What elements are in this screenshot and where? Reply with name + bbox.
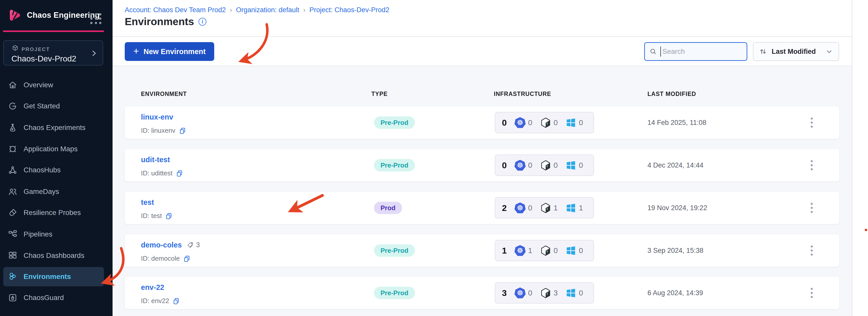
sidebar-item-chaos-dashboards[interactable]: Chaos Dashboards [3,246,104,265]
cube-icon [11,45,19,52]
brand: Chaos Engineering [8,8,100,22]
infrastructure-summary: 1 ☸1 $0 0 [495,240,594,261]
type-badge: Pre-Prod [374,245,415,257]
sidebar-item-overview[interactable]: Overview [3,76,104,95]
chevron-right-icon [90,50,98,57]
environment-id: ID: democole [141,255,180,262]
breadcrumb-account-link[interactable]: Account: Chaos Dev Team Prod2 [125,6,226,14]
flask-icon [8,123,18,133]
column-header-last-modified: LAST MODIFIED [647,91,696,97]
windows-count: 0 [579,289,583,297]
linux-count: 0 [554,118,558,127]
chaos-logo-icon [8,8,22,22]
svg-text:$: $ [546,165,548,168]
sort-label: Last Modified [772,48,816,56]
sidebar-item-resilience-probes[interactable]: Resilience Probes [3,203,104,222]
sidebar-item-environments[interactable]: Environments [3,267,104,286]
sidebar-item-chaoshubs[interactable]: ChaosHubs [3,161,104,180]
k8s-count: 0 [528,161,532,170]
environment-id: ID: udittest [141,169,173,177]
row-menu-icon[interactable] [809,244,814,257]
main-area: Account: Chaos Dev Team Prod2 › Organiza… [113,0,868,316]
k8s-count: 0 [528,289,532,297]
sidebar: Chaos Engineering PROJECT Chaos-Dev-Prod… [0,0,113,316]
sort-dropdown[interactable]: Last Modified [753,42,839,61]
environment-link[interactable]: linux-env [141,113,173,121]
row-menu-icon[interactable] [809,116,814,129]
table-row[interactable]: linux-env ID: linuxenv Pre-Prod 0 ☸0 $0 … [125,106,839,139]
breadcrumb: Account: Chaos Dev Team Prod2 › Organiza… [125,6,390,14]
windows-icon [565,202,577,213]
column-header-infrastructure: INFRASTRUCTURE [494,91,551,97]
last-modified: 3 Sep 2024, 15:38 [647,247,704,255]
environment-link[interactable]: udit-test [141,155,170,164]
get-started-icon [8,101,18,111]
kubernetes-icon: ☸ [514,160,526,171]
sidebar-item-gamedays[interactable]: GameDays [3,182,104,201]
environment-id: ID: linuxenv [141,127,176,135]
sidebar-item-label: Pipelines [24,230,53,238]
sidebar-item-pipelines[interactable]: Pipelines [3,225,104,244]
sidebar-item-label: Get Started [24,102,60,110]
people-icon [8,187,18,197]
infra-total-count: 1 [502,246,507,256]
environments-table: ENVIRONMENT TYPE INFRASTRUCTURE LAST MOD… [113,66,852,316]
type-badge: Pre-Prod [374,287,415,299]
sidebar-item-chaos-experiments[interactable]: Chaos Experiments [3,118,104,137]
breadcrumb-project-link[interactable]: Project: Chaos-Dev-Prod2 [310,6,390,14]
kubernetes-icon: ☸ [514,117,526,128]
environment-link[interactable]: test [141,198,154,207]
k8s-count: 0 [528,118,532,127]
environment-link[interactable]: demo-coles [141,241,182,249]
dashboard-icon [8,251,18,260]
app-title: Chaos Engineering [27,11,100,20]
copy-icon[interactable] [173,297,180,305]
table-row[interactable]: test ID: test Prod 2 ☸0 $1 1 19 Nov 2024… [125,192,839,224]
copy-icon[interactable] [183,255,190,262]
last-modified: 6 Aug 2024, 14:39 [647,289,703,297]
module-grid-icon[interactable] [90,13,102,24]
kubernetes-icon: ☸ [514,202,526,214]
sidebar-item-label: Environments [24,272,71,281]
hexagons-icon [8,272,18,282]
windows-icon [565,117,577,128]
breadcrumb-org-link[interactable]: Organization: default [236,6,299,14]
table-row[interactable]: demo-coles 3 ID: democole Pre-Prod 1 ☸1 … [125,234,839,267]
scrollbar-track[interactable] [852,0,868,316]
new-environment-button[interactable]: + New Environment [125,42,214,61]
row-menu-icon[interactable] [809,201,814,214]
infra-total-count: 0 [502,118,507,128]
linux-icon: $ [540,160,551,171]
sidebar-item-chaosguard[interactable]: ChaosGuard [3,288,104,307]
search-input[interactable] [662,48,742,56]
linux-count: 3 [554,289,558,297]
environment-link[interactable]: env-22 [141,283,164,292]
sidebar-item-label: GameDays [24,188,59,196]
sidebar-item-label: ChaosHubs [24,166,61,174]
table-row[interactable]: env-22 ID: env22 Pre-Prod 3 ☸0 $3 0 6 Au… [125,277,839,309]
row-menu-icon[interactable] [809,159,814,172]
info-icon[interactable]: i [198,18,206,26]
project-selector[interactable]: PROJECT Chaos-Dev-Prod2 [3,40,103,65]
sidebar-item-label: Overview [24,81,53,89]
linux-count: 0 [554,246,558,255]
type-badge: Pre-Prod [374,159,415,172]
plus-icon: + [133,46,139,56]
column-header-environment: ENVIRONMENT [141,91,187,97]
sidebar-item-get-started[interactable]: Get Started [3,96,104,116]
sidebar-item-application-maps[interactable]: Application Maps [3,139,104,159]
windows-icon [565,160,577,171]
type-badge: Prod [374,202,402,214]
linux-count: 1 [554,204,558,212]
copy-icon[interactable] [179,127,186,134]
table-row[interactable]: udit-test ID: udittest Pre-Prod 0 ☸0 $0 … [125,149,839,181]
row-menu-icon[interactable] [809,286,814,299]
sidebar-item-label: Application Maps [24,145,78,153]
type-badge: Pre-Prod [374,116,415,129]
chevron-down-icon [826,48,833,55]
sidebar-item-label: ChaosGuard [24,294,64,302]
last-modified: 19 Nov 2024, 19:22 [647,204,707,212]
copy-icon[interactable] [176,170,183,177]
copy-icon[interactable] [165,212,173,220]
sort-arrows-icon [759,48,767,56]
